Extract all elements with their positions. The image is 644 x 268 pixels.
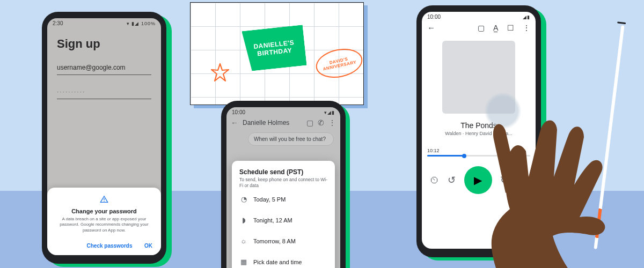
video-call-icon[interactable]: ▢ xyxy=(306,118,313,127)
more-icon[interactable]: ⋮ xyxy=(523,24,530,32)
status-icons: ▾ ▮◢ 100% xyxy=(127,21,156,26)
username-field[interactable]: username@google.com xyxy=(57,58,151,75)
conversation-header: ← Danielle Holmes ▢ ✆ ⋮ xyxy=(226,116,340,129)
contact-name[interactable]: Danielle Holmes xyxy=(243,119,302,126)
sheet-body: A data breach on a site or app exposed y… xyxy=(56,217,152,234)
status-icons: ◢▮ xyxy=(523,14,530,20)
page-title: Sign up xyxy=(57,37,151,51)
dialog-sub: To send, keep phone on and connect to Wi… xyxy=(239,177,327,189)
sleep-timer-icon[interactable]: ⏲ xyxy=(430,175,440,186)
sticky-text: DANIELLE'S BIRTHDAY xyxy=(243,38,305,59)
text-icon[interactable]: A̲ xyxy=(493,24,499,32)
message-bubble: When will you be free to chat? xyxy=(248,132,334,146)
status-bar: 2:30 ▾ ▮◢ 100% xyxy=(47,18,161,27)
status-bar: 10:00 ◢▮ xyxy=(422,12,536,21)
option-today[interactable]: ◔ Today, 5 PM xyxy=(239,189,327,210)
sheet-title: Change your password xyxy=(56,208,152,214)
svg-point-1 xyxy=(104,200,105,202)
status-time: 2:30 xyxy=(53,20,63,26)
status-time: 10:00 xyxy=(427,14,441,20)
option-tonight[interactable]: ◗ Tonight, 12 AM xyxy=(239,210,327,230)
option-tomorrow[interactable]: ☼ Tomorrow, 8 AM xyxy=(239,230,327,251)
phone-call-icon[interactable]: ✆ xyxy=(318,118,324,127)
ok-button[interactable]: OK xyxy=(144,243,152,249)
hand-illustration xyxy=(445,113,606,268)
dialog-title: Schedule send (PST) xyxy=(239,168,327,176)
clock-icon: ◔ xyxy=(239,195,248,203)
warning-icon xyxy=(56,195,152,206)
calendar-icon: ▦ xyxy=(239,258,248,266)
status-bar: 10:00 ▾◢▮ xyxy=(226,107,340,116)
status-time: 10:00 xyxy=(232,109,245,115)
phone-messages: 10:00 ▾◢▮ ← Danielle Holmes ▢ ✆ ⋮ When w… xyxy=(221,101,346,268)
schedule-send-dialog: Schedule send (PST) To send, keep phone … xyxy=(232,161,335,268)
bookmark-icon[interactable]: ☐ xyxy=(507,24,514,32)
circled-date-text: DAVID'S ANNIVERSARY xyxy=(316,54,362,72)
more-icon[interactable]: ⋮ xyxy=(328,118,336,127)
doodle-star-icon xyxy=(209,62,231,89)
sun-icon: ☼ xyxy=(239,237,248,245)
moon-icon: ◗ xyxy=(239,216,248,224)
sticky-note: DANIELLE'S BIRTHDAY xyxy=(241,25,306,71)
check-passwords-button[interactable]: Check passwords xyxy=(87,243,133,249)
password-alert-sheet: Change your password A data breach on a … xyxy=(47,188,161,255)
cast-icon[interactable]: ▢ xyxy=(478,24,485,32)
back-icon[interactable]: ← xyxy=(427,23,435,32)
back-icon[interactable]: ← xyxy=(231,118,238,127)
password-field[interactable]: ·········· xyxy=(57,83,151,99)
option-pick[interactable]: ▦ Pick date and time xyxy=(239,251,327,268)
phone-signup: 2:30 ▾ ▮◢ 100% Sign up username@google.c… xyxy=(42,12,166,264)
status-icons: ▾◢▮ xyxy=(324,110,335,115)
